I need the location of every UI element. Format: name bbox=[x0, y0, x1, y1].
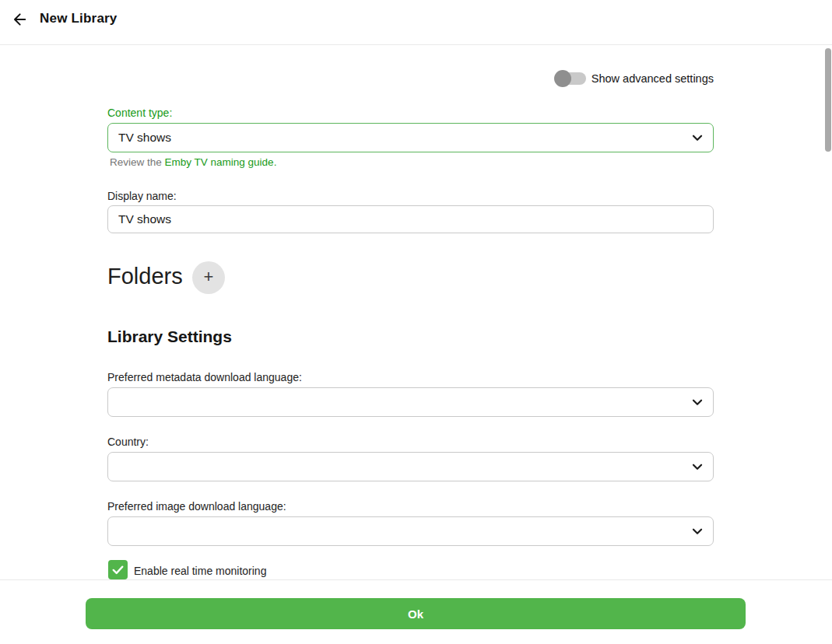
vertical-scrollbar-thumb[interactable] bbox=[825, 48, 831, 152]
content-type-helper: Review the Emby TV naming guide. bbox=[110, 156, 276, 168]
chevron-down-icon bbox=[689, 129, 706, 149]
arrow-left-icon bbox=[10, 19, 29, 31]
chevron-down-icon bbox=[689, 523, 706, 543]
naming-guide-link[interactable]: Emby TV naming guide bbox=[165, 156, 274, 168]
page-header: New Library bbox=[0, 0, 832, 45]
realtime-monitoring-checkbox[interactable] bbox=[108, 560, 128, 579]
helper-prefix: Review the bbox=[110, 156, 165, 168]
advanced-settings-label: Show advanced settings bbox=[592, 72, 714, 85]
content-type-label: Content type: bbox=[107, 107, 172, 119]
toggle-knob bbox=[554, 70, 571, 87]
country-select[interactable] bbox=[107, 452, 714, 481]
image-language-select[interactable] bbox=[107, 516, 714, 546]
country-label: Country: bbox=[107, 436, 149, 448]
page-title: New Library bbox=[40, 11, 118, 26]
metadata-language-label: Preferred metadata download language: bbox=[107, 371, 302, 383]
chevron-down-icon bbox=[689, 394, 706, 414]
content-type-select[interactable]: TV shows bbox=[107, 123, 714, 152]
back-button[interactable] bbox=[8, 8, 31, 31]
realtime-monitoring-label: Enable real time monitoring bbox=[134, 565, 266, 577]
library-settings-heading: Library Settings bbox=[107, 327, 232, 346]
ok-button[interactable]: Ok bbox=[86, 598, 746, 629]
folders-heading: Folders bbox=[107, 264, 183, 289]
display-name-label: Display name: bbox=[107, 190, 177, 202]
form-footer: Ok bbox=[0, 579, 832, 644]
display-name-input[interactable] bbox=[107, 205, 714, 233]
plus-icon: + bbox=[204, 268, 214, 285]
add-folder-button[interactable]: + bbox=[192, 261, 225, 294]
content-type-value: TV shows bbox=[118, 124, 171, 152]
image-language-label: Preferred image download language: bbox=[107, 500, 286, 513]
advanced-settings-toggle[interactable] bbox=[556, 72, 586, 85]
chevron-down-icon bbox=[689, 458, 706, 478]
helper-suffix: . bbox=[274, 156, 277, 168]
metadata-language-select[interactable] bbox=[107, 387, 714, 417]
new-library-page: New Library Show advanced settings Conte… bbox=[0, 0, 832, 644]
